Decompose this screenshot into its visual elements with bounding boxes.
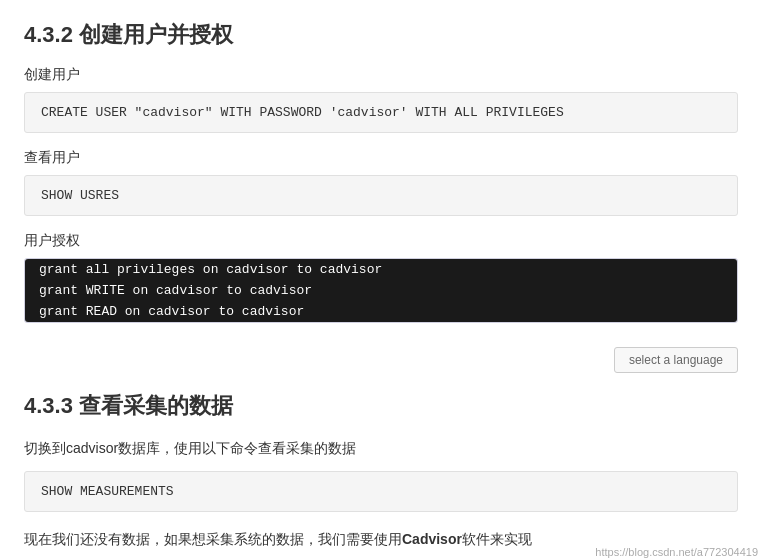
auth-code-block: grant all privileges on cadvisor to cadv…	[24, 258, 738, 323]
user-auth-label: 用户授权	[24, 232, 738, 250]
view-user-label: 查看用户	[24, 149, 738, 167]
section-433-heading: 4.3.3 查看采集的数据	[24, 391, 738, 421]
watermark: https://blog.csdn.net/a772304419	[591, 544, 762, 560]
section-433: 4.3.3 查看采集的数据 切换到cadvisor数据库，使用以下命令查看采集的…	[24, 391, 738, 551]
section-432: 4.3.2 创建用户并授权 创建用户 CREATE USER "cadvisor…	[24, 20, 738, 323]
auth-line-1: grant all privileges on cadvisor to cadv…	[25, 259, 737, 280]
create-user-label: 创建用户	[24, 66, 738, 84]
footer-text-bold: Cadvisor	[402, 531, 462, 547]
auth-line-3: grant READ on cadvisor to cadvisor	[25, 301, 737, 322]
create-user-code: CREATE USER "cadvisor" WITH PASSWORD 'ca…	[24, 92, 738, 133]
user-auth-block: 用户授权 grant all privileges on cadvisor to…	[24, 232, 738, 323]
footer-text-before: 现在我们还没有数据，如果想采集系统的数据，我们需要使用	[24, 531, 402, 547]
auth-line-2: grant WRITE on cadvisor to cadvisor	[25, 280, 737, 301]
select-language-button[interactable]: select a language	[614, 347, 738, 373]
section-432-heading: 4.3.2 创建用户并授权	[24, 20, 738, 50]
view-user-block: 查看用户 SHOW USRES	[24, 149, 738, 216]
page-container: 4.3.2 创建用户并授权 创建用户 CREATE USER "cadvisor…	[0, 0, 762, 560]
section-433-intro: 切换到cadvisor数据库，使用以下命令查看采集的数据	[24, 437, 738, 459]
footer-text-after: 软件来实现	[462, 531, 532, 547]
create-user-block: 创建用户 CREATE USER "cadvisor" WITH PASSWOR…	[24, 66, 738, 133]
measurements-code: SHOW MEASUREMENTS	[24, 471, 738, 512]
view-user-code: SHOW USRES	[24, 175, 738, 216]
